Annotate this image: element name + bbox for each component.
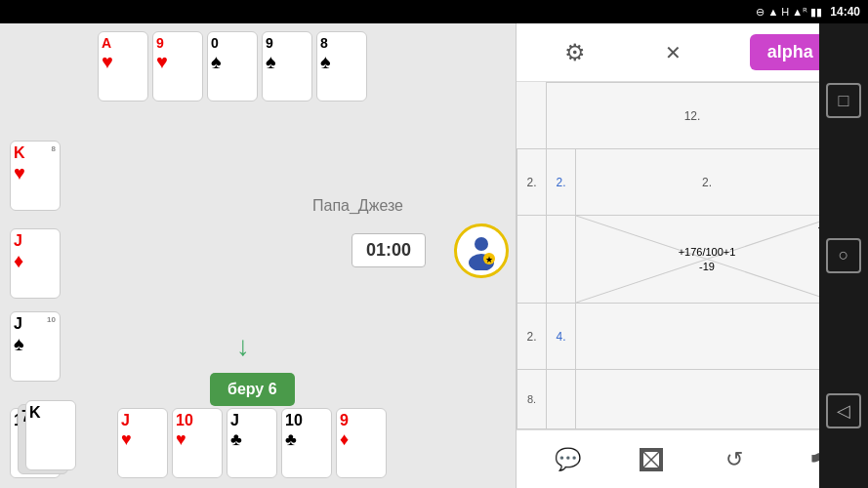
right-toolbar: ⚙ ✕ alpha — [517, 23, 868, 82]
score-blue-2: 4. — [547, 304, 576, 370]
close-button[interactable]: ✕ — [651, 31, 694, 74]
svg-point-0 — [475, 237, 488, 251]
grid-button[interactable] — [630, 438, 673, 481]
left-card-1[interactable]: K 8 ♥ — [10, 141, 61, 211]
close-icon: ✕ — [665, 41, 682, 64]
timer: 01:00 — [351, 233, 426, 267]
square-icon: □ — [839, 91, 849, 111]
score-center-val: +176/100+1 -19 — [679, 244, 736, 274]
triangle-icon: ◁ — [837, 400, 850, 422]
undo-button[interactable]: ↺ — [713, 438, 756, 481]
score-far-bottom: 8. — [517, 370, 547, 429]
top-card-3[interactable]: 0 ♠ — [207, 31, 258, 102]
score-table: 12. 16. 2. 2. — [517, 82, 868, 429]
top-cards-row: A ♥ 9 ♥ 0 ♠ 9 ♠ 8 ♠ — [98, 31, 367, 102]
bottom-card-2[interactable]: 10 ♥ — [172, 408, 223, 478]
main-container: A ♥ 9 ♥ 0 ♠ 9 ♠ 8 ♠ K 8 ♥ — [0, 23, 868, 488]
left-card-2[interactable]: J ♦ — [10, 228, 61, 299]
score-left-top: 2. — [517, 149, 547, 216]
take-button[interactable]: беру 6 — [210, 373, 295, 406]
grid-icon — [640, 448, 663, 471]
bottom-card-5[interactable]: 9 ♦ — [336, 408, 387, 478]
score-blue-1: 2. — [547, 149, 576, 216]
status-icons: ⊖ ▲ H ▲ᴿ ▮▮ — [756, 6, 822, 19]
gear-icon: ⚙ — [564, 39, 586, 66]
score-area: 12. 16. 2. 2. — [517, 82, 868, 429]
settings-button[interactable]: ⚙ — [554, 31, 597, 74]
avatar: ★ — [454, 224, 509, 278]
avatar-icon: ★ — [462, 231, 501, 270]
nav-circle-button[interactable]: ○ — [826, 238, 861, 273]
bottom-cards-row: J ♥ 10 ♥ J ♣ 10 ♣ 9 ♦ — [117, 408, 387, 478]
svg-text:★: ★ — [485, 255, 493, 264]
down-arrow: ↓ — [236, 331, 250, 362]
bottom-card-1[interactable]: J ♥ — [117, 408, 168, 478]
chat-button[interactable]: 💬 — [547, 438, 590, 481]
score-center-cell: +1 +176/100+1 -19 — [576, 216, 839, 304]
time-display: 14:40 — [830, 5, 860, 19]
top-card-5[interactable]: 8 ♠ — [316, 31, 367, 102]
score-top-right: 12. — [547, 83, 839, 149]
bottom-left-stack: 10 7 K — [10, 408, 76, 478]
status-bar: ⊖ ▲ H ▲ᴿ ▮▮ 14:40 — [0, 0, 868, 23]
top-card-2[interactable]: 9 ♥ — [152, 31, 203, 102]
nav-square-button[interactable]: □ — [826, 83, 861, 118]
bottom-card-3[interactable]: J ♣ — [227, 408, 277, 478]
right-panel: ⚙ ✕ alpha 12. 16. — [516, 23, 868, 488]
game-area: A ♥ 9 ♥ 0 ♠ 9 ♠ 8 ♠ K 8 ♥ — [0, 23, 516, 488]
circle-icon: ○ — [839, 245, 849, 265]
score-center-top: 2. — [576, 149, 839, 216]
bottom-toolbar: 💬 ↺ ⚑ — [517, 429, 868, 488]
left-card-3[interactable]: J 10 ♠ — [10, 311, 61, 382]
far-right-nav: □ ○ ◁ — [819, 23, 868, 488]
stack-card-3[interactable]: K — [25, 400, 76, 470]
chat-icon: 💬 — [555, 447, 581, 472]
score-left-bottom: 2. — [517, 304, 547, 370]
top-card-1[interactable]: A ♥ — [98, 31, 148, 102]
bottom-card-4[interactable]: 10 ♣ — [281, 408, 332, 478]
nav-triangle-button[interactable]: ◁ — [826, 393, 861, 428]
top-card-4[interactable]: 9 ♠ — [262, 31, 312, 102]
player-name: Папа_Джезе — [312, 197, 403, 215]
undo-icon: ↺ — [725, 447, 743, 472]
